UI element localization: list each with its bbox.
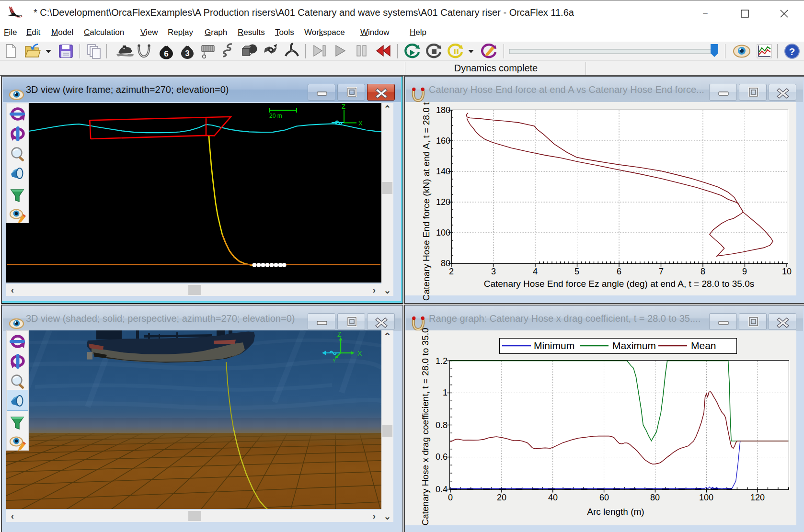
svg-text:20 m: 20 m	[269, 113, 282, 119]
svg-text:?: ?	[789, 46, 795, 57]
svg-text:Y: Y	[333, 358, 336, 363]
svg-text:Z: Z	[342, 103, 345, 110]
svg-text:6: 6	[164, 49, 168, 58]
svg-text:Z: Z	[337, 330, 342, 338]
svg-text:X: X	[358, 120, 363, 127]
svg-text:3: 3	[185, 49, 190, 57]
svg-text:X: X	[357, 350, 362, 357]
